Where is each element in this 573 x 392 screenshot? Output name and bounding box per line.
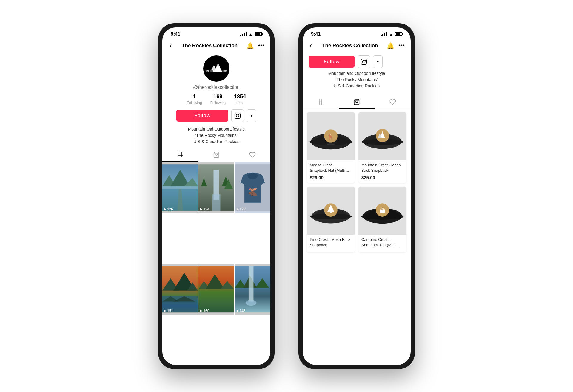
- svg-point-47: [365, 60, 366, 61]
- bio-line2-left: "The Rocky Mountains": [195, 133, 238, 138]
- product-name-2: Mountain Crest - Mesh Back Snapback: [361, 162, 403, 173]
- username-left: @therockiescollection: [193, 85, 240, 90]
- nav-actions-right: 🔔 •••: [387, 42, 405, 49]
- product-info-4: Campfire Crest - Snapback Hat (Multi ...: [358, 235, 406, 252]
- tabs-row-left: [162, 148, 270, 162]
- tab-shop-left[interactable]: [198, 148, 235, 162]
- tab-liked-right[interactable]: [375, 96, 411, 109]
- more-icon-left[interactable]: •••: [258, 42, 264, 49]
- follow-button-right[interactable]: Follow: [309, 56, 355, 68]
- status-icons-left: ▲: [240, 32, 262, 37]
- svg-point-44: [245, 300, 256, 306]
- video-count-1: 126: [164, 207, 173, 211]
- svg-point-46: [362, 60, 365, 63]
- bio-line3-right: U.S & Canadian Rockies: [334, 83, 380, 88]
- video-cell-5[interactable]: 160: [198, 264, 234, 315]
- bio-line1-left: Mountain and OutdoorLifestyle: [188, 127, 245, 131]
- product-img-1: 🦌: [307, 112, 355, 160]
- stat-followers-left: 169 Followers: [210, 94, 226, 105]
- video-cell-3[interactable]: 🫎 128: [235, 162, 270, 213]
- product-name-3: Pine Crest - Mesh Back Snapback: [310, 237, 352, 248]
- stats-row-left: 1 Following 169 Followers 1854 Likes: [187, 94, 246, 105]
- bio-line3-left: U.S & Canadian Rockies: [193, 139, 239, 144]
- phone-right: 9:41 ▲ ‹ The Rockies Coll: [298, 23, 415, 369]
- instagram-button-left[interactable]: [231, 109, 244, 122]
- svg-rect-6: [235, 113, 240, 118]
- action-row-left: Follow ▼: [176, 109, 256, 122]
- product-name-4: Campfire Crest - Snapback Hat (Multi ...: [361, 237, 403, 248]
- svg-point-8: [239, 114, 240, 114]
- status-bar-left: 9:41 ▲: [162, 27, 270, 38]
- avatar-svg-left: The Rockies Collection: [204, 56, 229, 81]
- more-icon-right[interactable]: •••: [398, 42, 405, 49]
- product-info-3: Pine Crest - Mesh Back Snapback: [307, 235, 355, 252]
- back-button-left[interactable]: ‹: [168, 41, 173, 51]
- video-cell-1[interactable]: 126: [162, 162, 198, 213]
- bio-right: Mountain and OutdoorLifestyle "The Rocky…: [303, 70, 411, 92]
- product-card-4[interactable]: 🏔 Campfire Crest - Snapback Hat (Multi .…: [358, 187, 406, 252]
- tab-grid-right[interactable]: [303, 96, 339, 109]
- dropdown-button-right[interactable]: ▼: [373, 55, 383, 68]
- product-card-1[interactable]: 🦌 Moose Crest - Snapback Hat (Multi ... …: [307, 112, 355, 183]
- avatar-left: The Rockies Collection: [203, 55, 229, 82]
- scene: 9:41 ▲ ‹ The Rockies Coll: [0, 0, 573, 392]
- status-bar-right: 9:41 ▲: [303, 27, 411, 38]
- svg-point-7: [236, 114, 239, 117]
- product-img-2: [358, 112, 406, 160]
- video-cell-2[interactable]: 134: [198, 162, 234, 213]
- phone-left-screen: 9:41 ▲ ‹ The Rockies Coll: [162, 27, 270, 365]
- product-info-2: Mountain Crest - Mesh Back Snapback $25.…: [358, 160, 406, 183]
- notification-icon-right[interactable]: 🔔: [387, 42, 394, 49]
- product-price-1: $29.00: [310, 175, 352, 180]
- page-title-right: The Rockies Collection: [313, 43, 387, 49]
- video-count-4: 151: [164, 309, 173, 313]
- svg-rect-72: [330, 211, 332, 213]
- svg-rect-58: [327, 143, 335, 145]
- wifi-icon-left: ▲: [249, 32, 253, 37]
- product-card-2[interactable]: Mountain Crest - Mesh Back Snapback $25.…: [358, 112, 406, 183]
- signal-icon-left: [240, 32, 247, 36]
- video-count-5: 160: [200, 309, 209, 313]
- video-grid-left: 126: [162, 162, 270, 365]
- video-count-3: 128: [237, 207, 246, 211]
- dropdown-button-left[interactable]: ▼: [247, 109, 256, 122]
- stat-following-left: 1 Following: [187, 94, 202, 105]
- svg-rect-43: [249, 266, 254, 301]
- product-name-1: Moose Crest - Snapback Hat (Multi ...: [310, 162, 352, 173]
- product-card-3[interactable]: Pine Crest - Mesh Back Snapback: [307, 187, 355, 252]
- product-grid-right: 🦌 Moose Crest - Snapback Hat (Multi ... …: [307, 112, 406, 253]
- product-info-1: Moose Crest - Snapback Hat (Multi ... $2…: [307, 160, 355, 183]
- following-count: 1: [187, 94, 202, 100]
- video-cell-6[interactable]: 146: [235, 264, 270, 315]
- product-img-3: [307, 187, 355, 235]
- bio-left: Mountain and OutdoorLifestyle "The Rocky…: [188, 126, 245, 145]
- video-count-6: 146: [237, 309, 246, 313]
- svg-rect-25: [212, 194, 221, 211]
- likes-label: Likes: [236, 101, 244, 105]
- shop-content-right: 🦌 Moose Crest - Snapback Hat (Multi ... …: [303, 109, 411, 365]
- nav-bar-right: ‹ The Rockies Collection 🔔 •••: [303, 38, 411, 53]
- product-img-4: 🏔: [358, 187, 406, 235]
- tab-shop-right[interactable]: [339, 96, 375, 109]
- back-button-right[interactable]: ‹: [309, 41, 313, 51]
- tabs-row-right: [303, 96, 411, 109]
- video-count-2: 134: [200, 207, 209, 211]
- video-cell-4[interactable]: 151: [162, 264, 198, 315]
- tab-liked-left[interactable]: [234, 148, 270, 162]
- tab-grid-left[interactable]: [162, 148, 198, 162]
- bio-line2-right: "The Rocky Mountains": [335, 77, 378, 82]
- stat-likes-left: 1854 Likes: [234, 94, 246, 105]
- bio-line1-right: Mountain and OutdoorLifestyle: [328, 71, 385, 76]
- profile-section-left: The Rockies Collection @therockiescollec…: [162, 53, 270, 148]
- followers-count: 169: [210, 94, 226, 100]
- nav-bar-left: ‹ The Rockies Collection 🔔 •••: [162, 38, 270, 53]
- following-label: Following: [187, 101, 202, 105]
- followers-label: Followers: [210, 101, 226, 105]
- wifi-icon-right: ▲: [389, 32, 393, 37]
- notification-icon-left[interactable]: 🔔: [247, 42, 254, 49]
- follow-button-left[interactable]: Follow: [176, 110, 228, 122]
- phone-left: 9:41 ▲ ‹ The Rockies Coll: [158, 23, 275, 369]
- time-right: 9:41: [311, 32, 321, 37]
- instagram-button-right[interactable]: [358, 55, 370, 68]
- follow-row-right: Follow ▼: [303, 53, 411, 70]
